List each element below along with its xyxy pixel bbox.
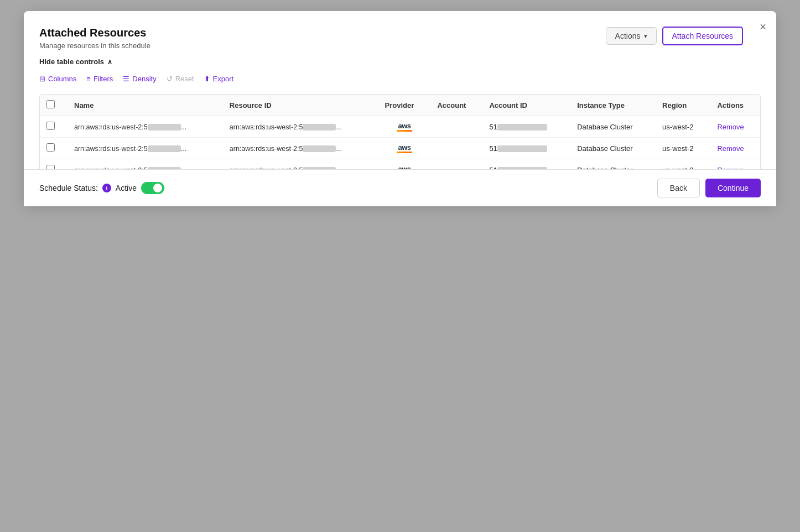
modal-title-section: Attached Resources Manage resources in t… [39, 27, 150, 50]
toolbar: ⊟ Columns ≡ Filters ☰ Density ↺ Reset ⬆ … [39, 71, 761, 86]
density-label: Density [132, 75, 156, 83]
modal-actions-group: Actions ▾ Attach Resources [606, 27, 743, 45]
density-toolbar-item[interactable]: ☰ Density [123, 75, 156, 83]
modal-title: Attached Resources [39, 27, 150, 39]
col-name: Name [67, 95, 223, 116]
col-account-id: Account ID [482, 95, 570, 116]
attach-resources-button[interactable]: Attach Resources [662, 27, 744, 45]
columns-toolbar-item[interactable]: ⊟ Columns [39, 75, 76, 83]
filters-toolbar-item[interactable]: ≡ Filters [86, 75, 113, 83]
back-button[interactable]: Back [657, 179, 700, 197]
row-resource-id-cell: arn:aws:rds:us-west-2:5... [223, 116, 378, 138]
row-checkbox[interactable] [46, 122, 55, 130]
row-checkbox-cell[interactable] [40, 138, 67, 159]
col-resource-id: Resource ID [223, 95, 378, 116]
modal-subtitle: Manage resources in this schedule [39, 41, 150, 50]
col-region: Region [656, 95, 710, 116]
table-row: arn:aws:rds:us-west-2:5... arn:aws:rds:u… [40, 116, 760, 138]
reset-icon: ↺ [167, 75, 173, 83]
col-account: Account [430, 95, 482, 116]
row-provider-cell: aws [378, 116, 431, 138]
footer-buttons: Back Continue [657, 179, 761, 197]
row-instance-type-cell: Database Cluster [570, 116, 656, 138]
aws-logo: aws [385, 122, 424, 132]
columns-label: Columns [48, 75, 76, 83]
toggle-track [141, 182, 164, 194]
export-toolbar-item[interactable]: ⬆ Export [204, 75, 234, 83]
col-actions: Actions [710, 95, 760, 116]
reset-label: Reset [175, 75, 194, 83]
row-region-cell: us-west-2 [656, 116, 710, 138]
density-icon: ☰ [123, 75, 129, 83]
columns-icon: ⊟ [39, 75, 45, 83]
col-provider: Provider [378, 95, 431, 116]
chevron-up-icon [107, 58, 112, 66]
row-action-cell[interactable]: Remove [710, 138, 760, 159]
row-instance-type-cell: Database Cluster [570, 138, 656, 159]
table-row: arn:aws:rds:us-west-2:5... arn:aws:rds:u… [40, 138, 760, 159]
filters-icon: ≡ [86, 75, 91, 83]
toggle-thumb [153, 184, 162, 192]
row-resource-id-cell: arn:aws:rds:us-west-2:5... [223, 138, 378, 159]
row-region-cell: us-west-2 [656, 138, 710, 159]
modal-footer: Schedule Status: i Active Back Continue [24, 169, 776, 206]
modal: × Attached Resources Manage resources in… [24, 11, 776, 206]
table-controls-label: Hide table controls [39, 58, 104, 66]
row-account-cell [430, 116, 482, 138]
select-all-checkbox[interactable] [46, 100, 55, 108]
export-label: Export [213, 75, 234, 83]
col-instance-type: Instance Type [570, 95, 656, 116]
row-name-cell: arn:aws:rds:us-west-2:5... [67, 138, 223, 159]
row-provider-cell: aws [378, 138, 431, 159]
resources-table: Name Resource ID Provider Account Accoun… [40, 95, 760, 180]
row-name-cell: arn:aws:rds:us-west-2:5... [67, 116, 223, 138]
row-account-id-cell: 51 [482, 138, 570, 159]
reset-toolbar-item[interactable]: ↺ Reset [167, 75, 194, 83]
row-account-cell [430, 138, 482, 159]
modal-backdrop: × Attached Resources Manage resources in… [0, 0, 800, 532]
row-checkbox-cell[interactable] [40, 116, 67, 138]
modal-header: Attached Resources Manage resources in t… [39, 27, 761, 50]
actions-button-label: Actions [615, 32, 641, 40]
filters-label: Filters [93, 75, 113, 83]
actions-button[interactable]: Actions ▾ [606, 27, 657, 45]
continue-button[interactable]: Continue [705, 179, 761, 197]
table-header: Name Resource ID Provider Account Accoun… [40, 95, 760, 116]
row-action-cell[interactable]: Remove [710, 116, 760, 138]
table-controls-toggle[interactable]: Hide table controls [39, 58, 761, 66]
status-value: Active [116, 184, 137, 192]
row-checkbox[interactable] [46, 143, 55, 152]
export-icon: ⬆ [204, 75, 210, 83]
status-toggle[interactable] [141, 182, 164, 194]
aws-logo: aws [385, 144, 424, 153]
schedule-status: Schedule Status: i Active [39, 182, 164, 194]
select-all-header[interactable] [40, 95, 67, 116]
row-account-id-cell: 51 [482, 116, 570, 138]
close-button[interactable]: × [757, 19, 768, 34]
schedule-status-label: Schedule Status: [39, 184, 98, 192]
chevron-down-icon: ▾ [644, 33, 647, 40]
remove-button[interactable]: Remove [717, 144, 744, 153]
info-icon[interactable]: i [102, 184, 111, 192]
remove-button[interactable]: Remove [717, 123, 744, 131]
